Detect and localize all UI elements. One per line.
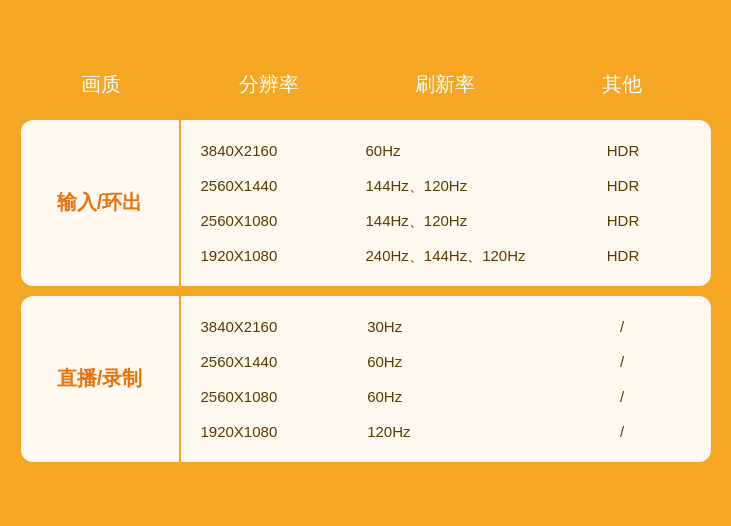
- res-1-0: 3840X2160: [201, 140, 346, 161]
- col-resolution-2: 3840X2160 2560X1440 2560X1080 1920X1080: [181, 296, 358, 462]
- ref-2-2: 60Hz: [367, 386, 524, 407]
- other-2-2: /: [620, 386, 624, 407]
- other-1-0: HDR: [607, 140, 640, 161]
- header-col-refresh: 刷新率: [357, 55, 534, 114]
- section-live-record-row: 直播/录制 3840X2160 2560X1440 2560X1080 1920…: [21, 296, 711, 462]
- header-col-quality: 画质: [21, 55, 181, 114]
- section-input-output-row: 输入/环出 3840X2160 2560X1440 2560X1080 1920…: [21, 120, 711, 286]
- other-1-3: HDR: [607, 245, 640, 266]
- res-1-3: 1920X1080: [201, 245, 346, 266]
- other-1-2: HDR: [607, 210, 640, 231]
- header-col-resolution: 分辨率: [181, 55, 358, 114]
- section-live-record: 直播/录制 3840X2160 2560X1440 2560X1080 1920…: [21, 296, 711, 462]
- section-live-record-data: 3840X2160 2560X1440 2560X1080 1920X1080 …: [181, 296, 711, 462]
- other-1-1: HDR: [607, 175, 640, 196]
- res-2-3: 1920X1080: [201, 421, 348, 442]
- col-other-1: HDR HDR HDR HDR: [536, 120, 711, 286]
- section-input-output-data: 3840X2160 2560X1440 2560X1080 1920X1080 …: [181, 120, 711, 286]
- other-2-3: /: [620, 421, 624, 442]
- ref-1-3: 240Hz、144Hz、120Hz: [365, 245, 525, 266]
- ref-1-0: 60Hz: [365, 140, 525, 161]
- table-header: 画质 分辨率 刷新率 其他: [21, 55, 711, 114]
- table-container: 画质 分辨率 刷新率 其他 输入/环出 3840X2160 2560X1440 …: [21, 55, 711, 472]
- ref-1-1: 144Hz、120Hz: [365, 175, 525, 196]
- res-1-2: 2560X1080: [201, 210, 346, 231]
- col-refresh-1: 60Hz 144Hz、120Hz 144Hz、120Hz 240Hz、144Hz…: [355, 120, 535, 286]
- col-other-2: / / / /: [534, 296, 711, 462]
- header-col-other: 其他: [534, 55, 711, 114]
- ref-1-2: 144Hz、120Hz: [365, 210, 525, 231]
- col-resolution-1: 3840X2160 2560X1440 2560X1080 1920X1080: [181, 120, 356, 286]
- col-refresh-2: 30Hz 60Hz 60Hz 120Hz: [357, 296, 534, 462]
- res-2-0: 3840X2160: [201, 316, 348, 337]
- res-2-1: 2560X1440: [201, 351, 348, 372]
- section-input-output: 输入/环出 3840X2160 2560X1440 2560X1080 1920…: [21, 120, 711, 286]
- label-live-record: 直播/录制: [21, 296, 181, 462]
- ref-2-1: 60Hz: [367, 351, 524, 372]
- res-2-2: 2560X1080: [201, 386, 348, 407]
- res-1-1: 2560X1440: [201, 175, 346, 196]
- other-2-0: /: [620, 316, 624, 337]
- label-input-output: 输入/环出: [21, 120, 181, 286]
- other-2-1: /: [620, 351, 624, 372]
- ref-2-3: 120Hz: [367, 421, 524, 442]
- ref-2-0: 30Hz: [367, 316, 524, 337]
